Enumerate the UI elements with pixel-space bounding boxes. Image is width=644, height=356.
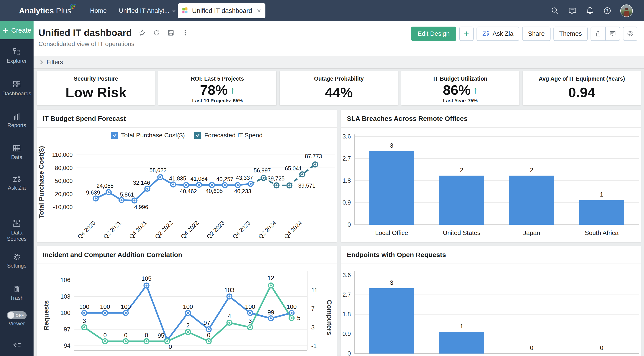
svg-text:100: 100 [245,304,255,310]
trend-up-arrow-icon: ↑ [473,84,478,96]
dashboard-settings-gear-icon[interactable] [623,26,637,41]
legend-forecasted-it-spend[interactable]: Forecasted IT Spend [194,132,262,139]
filters-bar[interactable]: Filters [34,56,644,69]
dashboard-header: Unified IT dashboard Consolidated view o… [34,21,644,56]
svg-text:2.7: 2.7 [342,155,351,162]
svg-text:0: 0 [207,332,210,339]
create-button[interactable]: Create [0,21,34,39]
svg-text:1.8: 1.8 [342,311,351,318]
comments-icon[interactable] [605,27,620,40]
legend-label: Total Purchase Cost($) [121,132,185,139]
kpi-roi-last-5-projects[interactable]: ROI: Last 5 Projects 78% ↑ Last 10 Proje… [158,71,276,105]
kpi-avg-age-it-equipment[interactable]: Avg Age of IT Equipment (Years) 0.94 [523,71,641,105]
kpi-subtext: Last 10 Projects: 65% [192,98,242,104]
dashboards-icon [12,80,22,89]
svg-text:-1: -1 [311,343,317,349]
svg-text:2: 2 [186,322,190,329]
tab-unified-it-dashboard[interactable]: Unified IT dashboard [178,3,266,18]
feedback-icon[interactable] [568,6,577,15]
close-icon[interactable] [256,8,262,13]
kpi-value: 0.94 [568,84,596,100]
sidebar-item-data[interactable]: Data [11,144,22,160]
app-logo: Analytics Plus [19,6,71,15]
svg-text:0: 0 [103,332,107,339]
panel-title: SLA Breaches Across Remote Offices [347,115,468,122]
save-icon[interactable] [167,29,175,37]
svg-text:5: 5 [297,315,300,321]
kpi-outage-probability[interactable]: Outage Probability 44% [280,71,398,105]
nav-workspace-dropdown[interactable]: Unified IT Analyt... [119,7,176,14]
endpoints-open-requests-bar-chart[interactable]: 3.62.71.80.903100 [341,264,641,356]
svg-text:41,835: 41,835 [169,175,186,181]
chart-legend: Total Purchase Cost($) Forecasted IT Spe… [37,128,337,143]
favorite-star-icon[interactable] [138,29,146,37]
legend-total-purchase-cost[interactable]: Total Purchase Cost($) [111,132,185,139]
data-sources-icon [12,219,22,228]
page-title: Unified IT dashboard [38,27,132,38]
svg-text:Q2 2023: Q2 2023 [205,219,226,240]
kpi-security-posture[interactable]: Security Posture Low Risk [37,71,155,105]
kpi-title: Security Posture [74,75,118,82]
svg-text:0: 0 [145,332,148,339]
sidebar-item-ask-zia[interactable]: Ask Zia [8,176,26,191]
svg-text:Q2 2021: Q2 2021 [102,219,122,240]
incident-correlation-line-chart[interactable]: 10610310097941173-1RequestsComputers1001… [37,264,337,356]
panel-it-budget-spend-forecast: IT Budget Spend Forecast Total Purchase … [37,110,337,242]
svg-text:95: 95 [158,332,164,339]
panel-sla-breaches: SLA Breaches Across Remote Offices 3.62.… [341,110,641,242]
svg-text:103: 103 [224,287,234,294]
refresh-icon[interactable] [152,29,160,37]
top-nav-menu: Home Unified IT Analyt... [90,7,176,14]
help-icon[interactable]: ? [603,6,612,15]
collapse-sidebar-button[interactable] [12,341,22,350]
svg-text:0: 0 [600,345,603,351]
svg-text:39,571: 39,571 [298,182,315,189]
svg-text:Computers: Computers [326,300,333,335]
edit-design-button[interactable]: Edit Design [411,26,456,41]
svg-text:100: 100 [100,304,110,310]
svg-text:Local Office: Local Office [375,229,408,236]
sidebar-item-settings[interactable]: Settings [7,252,26,269]
sidebar-item-reports[interactable]: Reports [8,112,26,128]
export-icon[interactable] [591,27,605,40]
sidebar-item-trash[interactable]: Trash [10,284,24,301]
sidebar-item-label: Reports [8,122,26,128]
svg-text:110,000: 110,000 [52,152,73,158]
svg-text:2: 2 [460,167,463,174]
svg-text:3: 3 [311,324,314,331]
share-button[interactable]: Share [522,26,550,41]
sidebar-item-explorer[interactable]: Explorer [7,47,26,64]
ask-zia-button[interactable]: Ask Zia [476,26,519,41]
svg-text:100: 100 [121,304,131,310]
svg-text:Requests: Requests [42,300,50,330]
svg-text:0: 0 [348,350,351,356]
svg-text:32,146: 32,146 [133,179,150,186]
svg-text:Q4 2022: Q4 2022 [179,219,200,240]
svg-text:2.7: 2.7 [342,291,351,298]
svg-text:105: 105 [142,275,152,282]
notifications-icon[interactable] [586,6,594,15]
svg-text:0.9: 0.9 [342,199,351,206]
svg-text:?: ? [606,8,609,13]
svg-text:0.9: 0.9 [342,331,351,337]
themes-button[interactable]: Themes [554,26,588,41]
it-budget-forecast-line-chart[interactable]: 110,00080,00050,00020,000-10,000Total Pu… [37,143,337,242]
chart-panels-grid: IT Budget Spend Forecast Total Purchase … [37,110,644,356]
add-widget-button[interactable]: + [459,26,474,41]
kpi-it-budget-utilization[interactable]: IT Budget Utilization 86% ↑ Last Year: 7… [402,71,520,105]
svg-text:0: 0 [530,345,533,351]
sidebar-item-dashboards[interactable]: Dashboards [2,80,31,97]
user-avatar[interactable] [620,4,633,17]
more-options-kebab-icon[interactable] [181,29,189,37]
svg-text:40,257: 40,257 [216,176,233,182]
toggle-knob [8,312,14,319]
viewer-toggle[interactable]: OFF [7,311,26,319]
nav-home[interactable]: Home [90,7,107,14]
search-icon[interactable] [550,6,560,15]
svg-text:1: 1 [600,191,603,198]
sla-breaches-bar-chart[interactable]: 3.62.71.80.903Local Office2United States… [341,128,641,242]
svg-text:87,773: 87,773 [305,153,322,159]
toggle-state-label: OFF [16,313,24,318]
sidebar-item-data-sources[interactable]: Data Sources [2,219,31,242]
svg-text:4: 4 [228,313,231,320]
